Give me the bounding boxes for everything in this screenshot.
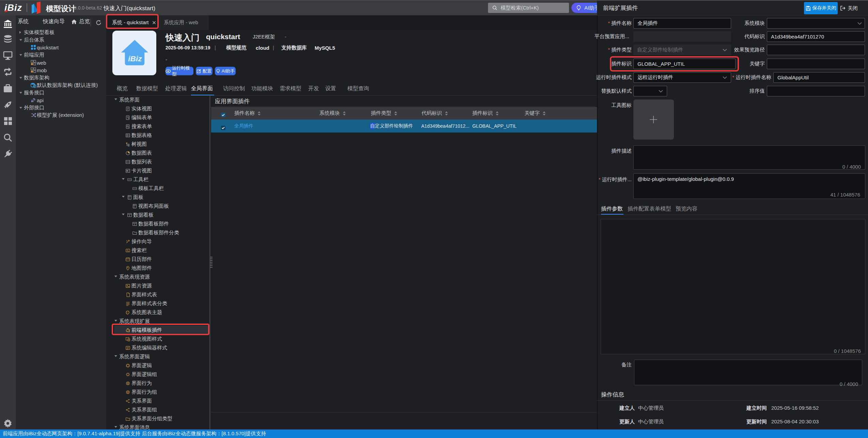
svg-text:iBiz: iBiz — [128, 54, 142, 63]
